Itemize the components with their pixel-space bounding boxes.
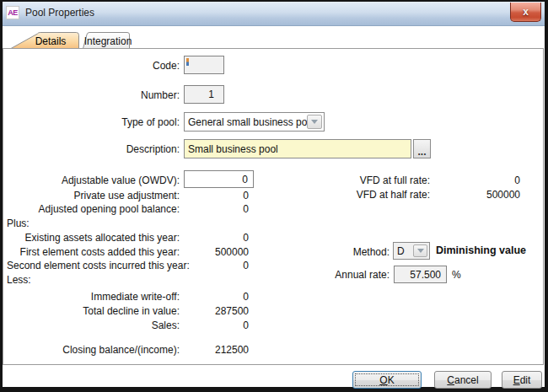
method-select[interactable]: D [393,242,430,260]
adjusted-opening-value: 0 [184,203,249,215]
tab-details[interactable]: Details [25,34,76,49]
method-dropdown-button[interactable] [413,244,427,257]
type-of-pool-label: Type of pool: [7,116,180,128]
pool-properties-dialog: AE Pool Properties x Details Integration… [0,0,548,392]
vfd-half-rate-label: VFD at half rate: [278,189,430,201]
type-of-pool-value: General small business pool [185,116,307,128]
description-browse-button[interactable]: ... [413,139,431,158]
annual-rate-value: 57.500 [395,269,446,281]
tab-shapes [0,32,548,49]
edit-button-accesskey: E [513,374,520,386]
method-value: D [394,245,413,257]
ok-button-label: K [388,374,395,386]
adjustable-value: 0 [185,174,253,185]
sales-label: Sales: [7,320,180,331]
description-label: Description: [7,143,180,155]
type-of-pool-select[interactable]: General small business pool [184,112,325,132]
number-value: 1 [185,89,223,100]
number-input[interactable]: 1 [184,85,224,104]
private-use-label: Private use adjustment: [7,190,180,201]
close-icon[interactable]: x [510,3,541,22]
description-input[interactable]: Small business pool [184,139,411,158]
sales-value: 0 [184,320,249,331]
chevron-down-icon [417,249,424,253]
second-element-value: 0 [184,260,249,271]
existing-assets-value: 0 [184,232,249,244]
app-icon: AE [6,6,19,19]
private-use-value: 0 [184,190,249,201]
first-element-value: 500000 [184,246,249,258]
total-decline-label: Total decline in value: [7,305,180,317]
existing-assets-label: Existing assets allocated this year: [7,232,180,244]
adjustable-value-label: Adjustable value (OWDV): [7,175,180,186]
code-input[interactable] [184,56,224,74]
less-section-heading: Less: [7,274,31,286]
chevron-down-icon [311,120,318,124]
ok-button[interactable]: OK [352,371,422,389]
annual-rate-unit: % [452,269,461,281]
ok-button-accesskey: O [379,374,387,386]
annual-rate-input[interactable]: 57.500 [394,266,447,283]
first-element-label: First element costs added this year: [7,246,180,258]
cancel-button[interactable]: Cancel [434,371,492,389]
cancel-button-accesskey: C [447,374,454,386]
adjustable-value-input[interactable]: 0 [184,170,254,188]
annual-rate-label: Annual rate: [278,269,390,281]
method-description: Diminishing value [436,244,526,256]
vfd-full-rate-label: VFD at full rate: [278,175,430,186]
immediate-writeoff-label: Immediate write-off: [7,291,180,303]
plus-section-heading: Plus: [7,217,30,229]
edit-button[interactable]: Edit [502,371,542,389]
vfd-full-rate-value: 0 [436,175,520,186]
total-decline-value: 287500 [184,305,249,317]
number-label: Number: [7,89,180,101]
closing-balance-value: 212500 [184,344,249,356]
type-of-pool-dropdown-button[interactable] [307,115,322,129]
method-label: Method: [278,246,390,258]
vfd-half-rate-value: 500000 [436,189,520,201]
second-element-label: Second element costs incurred this year: [7,260,180,271]
description-value: Small business pool [188,143,278,155]
tab-integration[interactable]: Integration [84,34,132,49]
dialog-title: Pool Properties [25,7,94,19]
code-field-marker-icon [186,58,189,66]
code-label: Code: [7,60,180,72]
cancel-button-label: ancel [454,374,479,386]
adjusted-opening-label: Adjusted opening pool balance: [7,203,180,215]
closing-balance-label: Closing balance/(income): [7,344,180,356]
edit-button-label: dit [520,374,531,386]
immediate-writeoff-value: 0 [184,291,249,303]
